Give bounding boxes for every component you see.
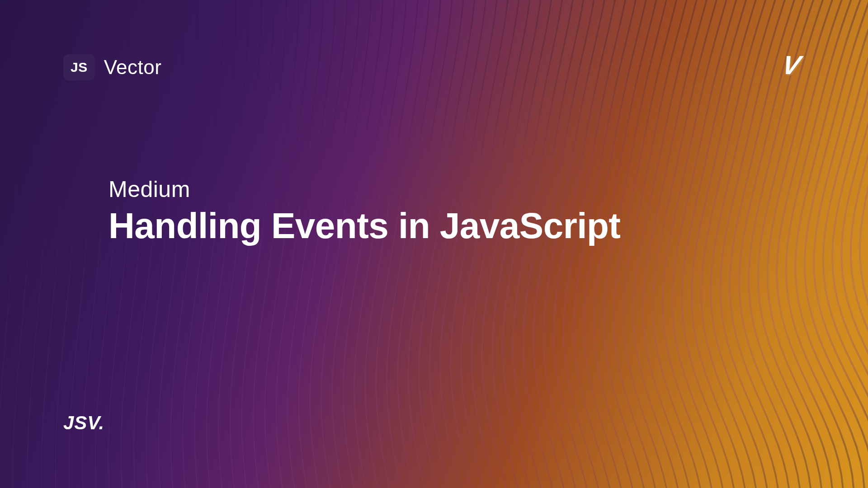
logo-top: JS Vector bbox=[63, 54, 805, 80]
logo-badge: JS bbox=[63, 54, 95, 80]
main-title: Handling Events in JavaScript bbox=[108, 206, 621, 246]
logo-badge-text: JS bbox=[71, 60, 88, 75]
bottom-brand-mark: JSV. bbox=[63, 412, 104, 434]
content-layer: JS Vector V Medium Handling Events in Ja… bbox=[0, 0, 868, 488]
logo-name: Vector bbox=[104, 56, 162, 79]
title-block: Medium Handling Events in JavaScript bbox=[108, 176, 621, 246]
difficulty-label: Medium bbox=[108, 176, 621, 202]
